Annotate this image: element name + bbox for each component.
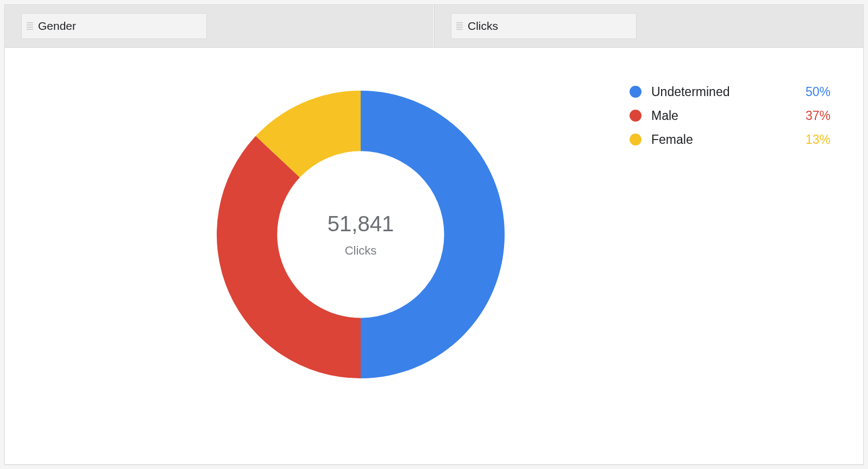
legend-swatch (630, 110, 641, 122)
donut-chart[interactable]: 51,841 Clicks (206, 80, 515, 389)
legend-item[interactable]: Undetermined50% (630, 80, 831, 104)
legend-percent: 13% (792, 132, 831, 147)
dimension-label: Gender (38, 20, 76, 33)
legend: Undetermined50%Male37%Female13% (630, 80, 831, 151)
legend-swatch (630, 86, 641, 98)
metric-label: Clicks (468, 20, 498, 33)
header-bar: Gender Clicks (5, 5, 863, 48)
drag-grip-icon (25, 22, 35, 30)
dimension-cell: Gender (5, 5, 434, 47)
legend-swatch (630, 134, 641, 145)
metric-cell: Clicks (434, 5, 863, 47)
legend-name: Female (651, 132, 792, 147)
legend-name: Male (651, 109, 792, 123)
legend-percent: 50% (792, 85, 831, 99)
legend-item[interactable]: Female13% (630, 128, 831, 151)
donut-svg (206, 80, 515, 389)
chart-panel: Gender Clicks 51,841 Clicks Undetermined… (4, 4, 864, 465)
donut-slice[interactable] (361, 91, 505, 378)
legend-name: Undetermined (651, 85, 792, 99)
chart-body: 51,841 Clicks Undetermined50%Male37%Fema… (5, 47, 863, 464)
metric-pill[interactable]: Clicks (451, 13, 637, 39)
legend-item[interactable]: Male37% (630, 104, 831, 128)
dimension-pill[interactable]: Gender (21, 13, 207, 39)
legend-percent: 37% (792, 109, 831, 123)
donut-slice[interactable] (217, 136, 361, 378)
drag-grip-icon (455, 22, 464, 30)
